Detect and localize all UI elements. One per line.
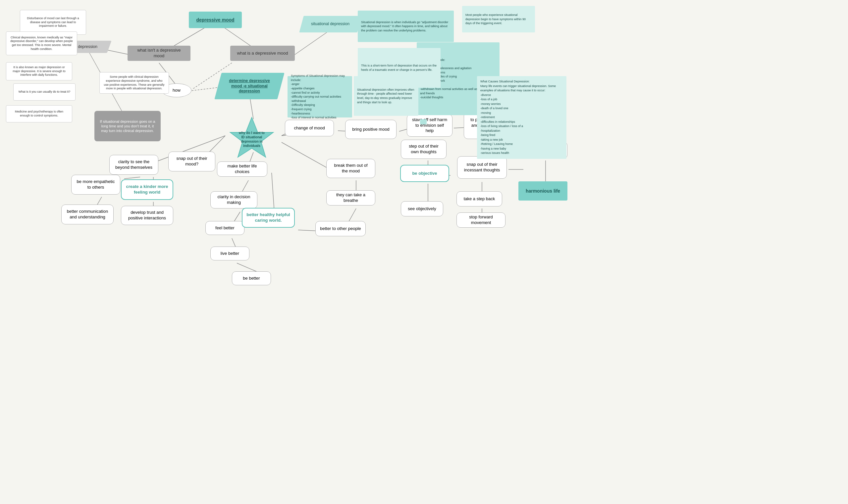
determine-node: determine depressive mood -e situational… xyxy=(218,73,281,99)
feel-better-node: feel better xyxy=(205,221,244,235)
what-isnt-node: what isn't a depressive mood xyxy=(127,46,190,61)
be-better-node: be better xyxy=(232,271,271,285)
note-situational-improve: Situational depression often improves of… xyxy=(354,76,418,116)
clarity-see-node: clarity to see the beyond themselves xyxy=(109,155,158,175)
create-kinder-node: create a kinder more feeling world xyxy=(121,179,173,200)
note-clinical-treatment: Medicine and psychotherapy is often enou… xyxy=(6,105,72,123)
note-hidden xyxy=(420,119,427,124)
what-is-node: what is a depressive mood xyxy=(230,46,295,61)
snap-out-mood-node: snap out of their mood? xyxy=(168,151,215,172)
they-can-breathe-node: they can take a breathe xyxy=(326,190,375,205)
note-symptoms-detail: Symptoms of Situational depression may i… xyxy=(288,76,352,118)
stop-forward-node: stop forward movement xyxy=(456,213,505,228)
see-objectively-node: see objectively xyxy=(401,201,443,216)
note-clinical-mid: Clinical depression, known medically as … xyxy=(6,32,77,55)
svg-text:individuals: individuals xyxy=(243,144,261,148)
situational-dep-node: situational depression xyxy=(301,16,359,32)
note-what-causes: What Causes Situational Depression: Many… xyxy=(477,76,567,159)
be-more-empathetic-node: be more empathetic to others xyxy=(71,175,120,195)
live-better-node: live better xyxy=(210,247,249,260)
why-id-node: why do I want to ID situational depressi… xyxy=(219,116,285,159)
note-clinical-subtype: It is also known as major depression or … xyxy=(6,62,72,80)
step-out-thoughts-node: step out of their own thoughts xyxy=(401,140,447,159)
develop-trust-node: develop trust and positive interactions xyxy=(121,206,173,225)
bring-positive-node: bring positive mood xyxy=(345,120,397,139)
take-step-back-node: take a step back xyxy=(456,191,502,206)
svg-text:why do I want to: why do I want to xyxy=(239,131,265,135)
be-objective-node: be objective xyxy=(400,165,449,182)
clarity-decision-node: clarity in decision making xyxy=(210,191,257,209)
better-comm-node: better communication and understanding xyxy=(61,204,114,224)
note-clinical-what: What is it you can usually do to treat i… xyxy=(13,84,75,101)
if-situational-node: If situational depression goes on a long… xyxy=(94,111,161,141)
svg-line-12 xyxy=(281,142,333,171)
stave-off-node: stave off self harm to envision self hel… xyxy=(407,114,452,137)
note-what-isnt: Some people with clinical depression exp… xyxy=(99,72,169,94)
svg-text:ID situational: ID situational xyxy=(241,136,262,139)
mindmap-canvas: depressive mood what isn't a depressive … xyxy=(0,0,848,504)
break-them-out-node: break them out of the mood xyxy=(326,159,375,178)
svg-text:depression in: depression in xyxy=(241,140,262,143)
change-mood-node: change of mood xyxy=(285,120,334,136)
better-other-people-node: better to other people xyxy=(315,221,366,236)
snap-out-incessant-node: snap out of their incessant thoughts xyxy=(457,156,507,179)
svg-line-26 xyxy=(124,177,140,179)
svg-line-35 xyxy=(272,173,274,212)
note-situational-main: Situational depression is when individua… xyxy=(358,11,454,42)
harmonious-node: harmonious life xyxy=(518,181,568,200)
make-better-node: make better life choices xyxy=(217,162,267,177)
better-healthy-node: better healthy helpful caring world. xyxy=(242,208,295,228)
note-clinical-top: Disturbance of mood can last through a d… xyxy=(20,10,86,35)
depressive-mood-node: depressive mood xyxy=(189,12,242,28)
note-symptoms-trigger: Most people who experience situational d… xyxy=(462,6,535,32)
